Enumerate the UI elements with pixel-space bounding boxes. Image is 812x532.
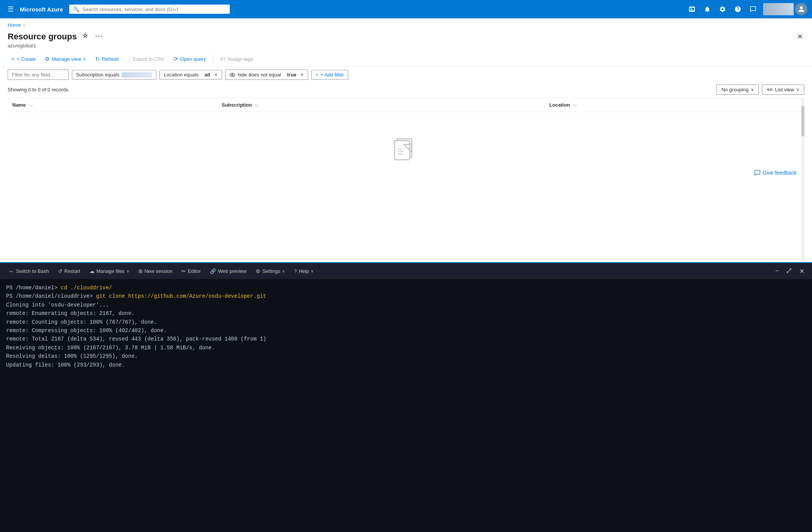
records-count: Showing 0 to 0 of 0 records. xyxy=(8,87,70,92)
breadcrumb: Home › xyxy=(0,18,812,29)
bell-icon-btn[interactable] xyxy=(700,2,714,16)
table-header: Name ↑↓ Subscription ↑↓ Location ↑↓ xyxy=(8,98,804,112)
close-button[interactable]: ✕ xyxy=(796,31,804,42)
user-avatar[interactable] xyxy=(795,3,807,15)
nav-bar: ☰ Microsoft Azure 🔍 xyxy=(0,0,812,18)
table-controls-right: No grouping ∨ ≡≡ List view ∨ xyxy=(716,84,804,95)
feedback-icon-btn[interactable] xyxy=(746,2,760,16)
new-session-button[interactable]: ⊞ New session xyxy=(135,267,177,276)
resource-table: Name ↑↓ Subscription ↑↓ Location ↑↓ xyxy=(8,98,804,112)
nav-logo: Microsoft Azure xyxy=(20,6,63,13)
query-icon: ⟳ xyxy=(174,56,178,62)
svg-point-0 xyxy=(232,74,233,76)
list-view-icon: ≡≡ xyxy=(767,87,773,92)
restart-icon: ↺ xyxy=(58,268,62,274)
svg-rect-2 xyxy=(395,141,410,160)
table-container: Name ↑↓ Subscription ↑↓ Location ↑↓ xyxy=(8,98,804,262)
account-avatar-bar[interactable] xyxy=(763,3,794,15)
help-icon-btn[interactable] xyxy=(731,2,745,16)
search-input[interactable] xyxy=(83,6,226,12)
shell-settings-icon: ⚙ xyxy=(256,268,260,274)
shell-window-controls: − ✕ xyxy=(772,266,807,276)
location-filter-tag: Location equals all ✕ xyxy=(159,70,222,79)
new-session-icon: ⊞ xyxy=(138,268,143,274)
terminal-icon-btn[interactable] xyxy=(685,2,699,16)
shell-help-icon: ? xyxy=(294,268,297,274)
table-controls: Showing 0 to 0 of 0 records. No grouping… xyxy=(0,83,812,98)
manage-view-chevron: ∨ xyxy=(83,57,86,62)
col-subscription[interactable]: Subscription ↑↓ xyxy=(217,98,545,112)
editor-button[interactable]: ✏ Editor xyxy=(178,267,205,276)
editor-icon: ✏ xyxy=(182,268,186,274)
list-view-label: List view xyxy=(775,87,794,92)
manage-view-icon: ⚙ xyxy=(45,56,50,62)
main-content: Home › Resource groups ··· azureglobal1 … xyxy=(0,18,812,262)
col-name[interactable]: Name ↑↓ xyxy=(8,98,217,112)
manage-files-icon: ☁ xyxy=(89,268,94,274)
toolbar-divider xyxy=(213,55,213,63)
filters-bar: Subscription equals Location equals all … xyxy=(0,66,812,83)
scrollbar[interactable] xyxy=(801,98,804,262)
help-chevron: ∨ xyxy=(311,269,313,273)
empty-state-icon xyxy=(391,135,421,167)
list-view-chevron: ∨ xyxy=(796,87,799,92)
web-preview-icon: 🔗 xyxy=(210,268,216,274)
settings-chevron: ∨ xyxy=(282,269,285,273)
pin-icon[interactable] xyxy=(81,31,90,42)
hamburger-icon[interactable]: ☰ xyxy=(5,2,17,16)
sub-sort-icon: ↑↓ xyxy=(255,103,259,107)
nav-icons xyxy=(685,2,807,16)
settings-button[interactable]: ⚙ Settings ∨ xyxy=(252,267,289,276)
page-title: Resource groups ··· xyxy=(8,31,105,42)
list-view-dropdown[interactable]: ≡≡ List view ∨ xyxy=(762,84,804,95)
hide-filter-close[interactable]: ✕ xyxy=(300,72,304,78)
add-filter-icon: + xyxy=(315,72,318,78)
refresh-icon: ↻ xyxy=(95,56,100,62)
cloud-shell-toolbar: ↔ Switch to Bash ↺ Restart ☁ Manage file… xyxy=(0,262,812,279)
breadcrumb-separator: › xyxy=(23,23,25,28)
filter-input[interactable] xyxy=(8,70,69,80)
col-location[interactable]: Location ↑↓ xyxy=(545,98,804,112)
more-options-icon[interactable]: ··· xyxy=(94,31,105,42)
manage-view-button[interactable]: ⚙ Manage view ∨ xyxy=(41,54,90,64)
toolbar: + + Create ⚙ Manage view ∨ ↻ Refresh ↓ E… xyxy=(0,52,812,66)
hide-filter-tag: hide does not equal true ✕ xyxy=(225,70,309,80)
minimize-button[interactable]: − xyxy=(772,266,782,276)
page-title-area: Resource groups ··· azureglobal1 xyxy=(8,31,105,49)
shell-close-button[interactable]: ✕ xyxy=(796,266,807,276)
export-icon: ↓ xyxy=(128,56,131,62)
location-filter-close[interactable]: ✕ xyxy=(214,72,218,78)
tags-icon: 🏷 xyxy=(220,56,226,62)
subscription-filter-tag: Subscription equals xyxy=(72,70,156,79)
page-header: Resource groups ··· azureglobal1 ✕ xyxy=(0,29,812,52)
search-icon: 🔍 xyxy=(73,6,80,12)
settings-icon-btn[interactable] xyxy=(716,2,729,16)
empty-state: Give feedback xyxy=(8,112,804,183)
web-preview-button[interactable]: 🔗 Web preview xyxy=(206,267,250,276)
subscription-value-bar xyxy=(122,72,152,78)
scrollbar-thumb[interactable] xyxy=(801,106,804,136)
export-csv-button[interactable]: ↓ Export to CSV xyxy=(125,54,168,64)
switch-to-bash-button[interactable]: ↔ Switch to Bash xyxy=(5,266,53,276)
open-query-button[interactable]: ⟳ Open query xyxy=(170,54,210,64)
create-icon: + xyxy=(11,56,15,62)
create-button[interactable]: + + Create xyxy=(8,54,39,64)
switch-bash-icon: ↔ xyxy=(8,268,14,274)
page-subtitle: azureglobal1 xyxy=(8,43,105,49)
loc-sort-icon: ↑↓ xyxy=(573,103,577,107)
manage-files-button[interactable]: ☁ Manage files ∨ xyxy=(86,267,133,276)
maximize-button[interactable] xyxy=(783,266,795,276)
no-grouping-dropdown[interactable]: No grouping ∨ xyxy=(716,84,759,95)
refresh-button[interactable]: ↻ Refresh xyxy=(91,54,123,64)
terminal[interactable]: PS /home/daniel> cd ./clouddrive/PS /hom… xyxy=(0,279,812,532)
breadcrumb-home[interactable]: Home xyxy=(8,22,21,28)
search-box[interactable]: 🔍 xyxy=(69,5,230,14)
help-button[interactable]: ? Help ∨ xyxy=(290,267,317,276)
give-feedback-link[interactable]: Give feedback xyxy=(754,170,797,176)
restart-button[interactable]: ↺ Restart xyxy=(54,267,84,276)
no-grouping-chevron: ∨ xyxy=(751,87,754,92)
manage-files-chevron: ∨ xyxy=(127,269,129,273)
name-sort-icon: ↑↓ xyxy=(29,103,33,107)
add-filter-button[interactable]: + + Add filter xyxy=(311,70,348,79)
assign-tags-button[interactable]: 🏷 Assign tags xyxy=(216,54,257,64)
